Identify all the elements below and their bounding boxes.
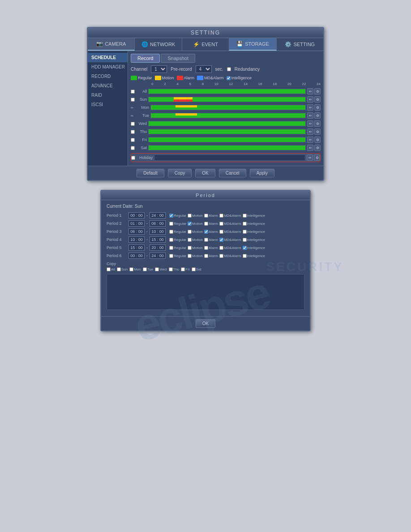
p6-alarm-cb[interactable] xyxy=(204,254,208,258)
sidebar-item-record[interactable]: RECORD xyxy=(88,72,128,81)
gear-tue-btn[interactable]: ⚙ xyxy=(314,112,321,119)
p5-md-alarm-cb[interactable] xyxy=(219,246,223,250)
check-fri[interactable] xyxy=(131,138,135,142)
redundancy-checkbox[interactable] xyxy=(227,67,231,71)
p4-regular-cb[interactable] xyxy=(169,238,173,242)
period-3-start[interactable] xyxy=(128,228,145,235)
bar-sat[interactable] xyxy=(148,145,306,150)
gear-thu-btn[interactable]: ⚙ xyxy=(314,129,321,135)
p4-intelligence-cb[interactable] xyxy=(243,238,247,242)
check-sat[interactable] xyxy=(131,146,135,150)
period-2-start[interactable] xyxy=(128,220,145,227)
gear-sun-btn[interactable]: ⚙ xyxy=(314,96,321,103)
copy-fri-cb[interactable] xyxy=(181,267,185,271)
period-1-end[interactable] xyxy=(150,212,166,219)
edit-wed-btn[interactable]: ✏ xyxy=(307,120,313,127)
sidebar-item-advance[interactable]: ADVANCE xyxy=(88,81,128,90)
default-button[interactable]: Default xyxy=(137,169,164,177)
p3-intelligence-cb[interactable] xyxy=(243,230,247,234)
copy-mon-cb[interactable] xyxy=(129,267,133,271)
apply-button[interactable]: Apply xyxy=(250,169,274,177)
p4-motion-cb[interactable] xyxy=(188,238,192,242)
sidebar-item-hdd-manager[interactable]: HDD MANAGER xyxy=(88,62,128,72)
p2-motion-cb[interactable] xyxy=(188,222,192,226)
edit-mon-btn[interactable]: ✏ xyxy=(307,104,313,111)
period-5-start[interactable] xyxy=(128,245,145,251)
check-sun[interactable] xyxy=(131,98,135,102)
edit-sat-btn[interactable]: ✏ xyxy=(307,145,313,151)
check-all[interactable] xyxy=(131,90,135,94)
bar-tue[interactable] xyxy=(150,113,306,118)
channel-select[interactable]: 1 xyxy=(151,65,167,73)
sidebar-item-iscsi[interactable]: ISCSI xyxy=(88,100,128,109)
p2-regular-cb[interactable] xyxy=(169,222,173,226)
gear-wed-btn[interactable]: ⚙ xyxy=(314,120,321,127)
tab-record[interactable]: Record xyxy=(131,54,160,63)
bar-thu[interactable] xyxy=(148,129,306,134)
p1-regular-cb[interactable] xyxy=(169,214,173,218)
p6-regular-cb[interactable] xyxy=(169,254,173,258)
p5-alarm-cb[interactable] xyxy=(204,246,208,250)
edit-thu-btn[interactable]: ✏ xyxy=(307,129,313,135)
p3-md-alarm-cb[interactable] xyxy=(219,230,223,234)
p3-motion-cb[interactable] xyxy=(188,230,192,234)
check-wed[interactable] xyxy=(131,122,135,126)
p6-intelligence-cb[interactable] xyxy=(243,254,247,258)
period-4-start[interactable] xyxy=(128,236,145,243)
edit-holiday-btn[interactable]: ✏ xyxy=(307,154,313,161)
ok-button[interactable]: OK xyxy=(195,169,215,177)
period-6-end[interactable] xyxy=(150,253,166,259)
p2-md-alarm-cb[interactable] xyxy=(219,222,223,226)
edit-all-btn[interactable]: ✏ xyxy=(307,88,313,94)
bar-mon[interactable] xyxy=(150,105,306,110)
period-2-end[interactable] xyxy=(150,220,166,227)
p6-md-alarm-cb[interactable] xyxy=(219,254,223,258)
bar-holiday[interactable] xyxy=(154,154,305,161)
copy-button[interactable]: Copy xyxy=(168,169,192,177)
nav-tab-camera[interactable]: 📷 CAMERA xyxy=(88,38,135,51)
edit-fri-btn[interactable]: ✏ xyxy=(307,137,313,143)
copy-wed-cb[interactable] xyxy=(155,267,159,271)
p1-motion-cb[interactable] xyxy=(188,214,192,218)
check-thu[interactable] xyxy=(131,130,135,134)
period-6-start[interactable] xyxy=(128,253,145,259)
bar-wed[interactable] xyxy=(148,121,306,126)
p1-md-alarm-cb[interactable] xyxy=(219,214,223,218)
copy-sun-cb[interactable] xyxy=(117,267,121,271)
p2-alarm-cb[interactable] xyxy=(204,222,208,226)
p3-alarm-cb[interactable] xyxy=(204,230,208,234)
edit-sun-btn[interactable]: ✏ xyxy=(307,96,313,103)
copy-tue-cb[interactable] xyxy=(143,267,147,271)
gear-holiday-btn[interactable]: ⚙ xyxy=(314,154,320,161)
p6-motion-cb[interactable] xyxy=(188,254,192,258)
copy-thu-cb[interactable] xyxy=(169,267,173,271)
tab-snapshot[interactable]: Snapshot xyxy=(161,54,195,63)
nav-tab-event[interactable]: ⚡ EVENT xyxy=(182,38,229,51)
p4-alarm-cb[interactable] xyxy=(204,238,208,242)
p1-alarm-cb[interactable] xyxy=(204,214,208,218)
p5-intelligence-cb[interactable] xyxy=(243,246,247,250)
nav-tab-setting[interactable]: ⚙️ SETTING xyxy=(277,38,323,51)
p2-intelligence-cb[interactable] xyxy=(243,222,247,226)
nav-tab-storage[interactable]: 💾 STORAGE xyxy=(229,38,276,51)
p5-regular-cb[interactable] xyxy=(169,246,173,250)
bar-all[interactable] xyxy=(148,89,306,94)
p5-motion-cb[interactable] xyxy=(188,246,192,250)
gear-sat-btn[interactable]: ⚙ xyxy=(314,145,321,151)
edit-tue-btn[interactable]: ✏ xyxy=(307,112,313,119)
bar-fri[interactable] xyxy=(148,137,306,142)
gear-all-btn[interactable]: ⚙ xyxy=(314,88,321,94)
check-holiday[interactable] xyxy=(131,156,135,160)
gear-mon-btn[interactable]: ⚙ xyxy=(314,104,321,111)
nav-tab-network[interactable]: 🌐 NETWORK xyxy=(135,38,182,51)
gear-fri-btn[interactable]: ⚙ xyxy=(314,137,321,143)
copy-sat-cb[interactable] xyxy=(192,267,196,271)
legend-intelligence-checkbox[interactable] xyxy=(227,76,231,80)
cancel-button[interactable]: Cancel xyxy=(219,169,246,177)
sidebar-item-schedule[interactable]: SCHEDULE xyxy=(88,53,128,62)
dialog-ok-button[interactable]: OK xyxy=(196,319,215,328)
p4-md-alarm-cb[interactable] xyxy=(219,238,223,242)
pre-record-select[interactable]: 4 xyxy=(196,65,212,73)
copy-all-cb[interactable] xyxy=(107,267,111,271)
period-1-start[interactable] xyxy=(128,212,145,219)
